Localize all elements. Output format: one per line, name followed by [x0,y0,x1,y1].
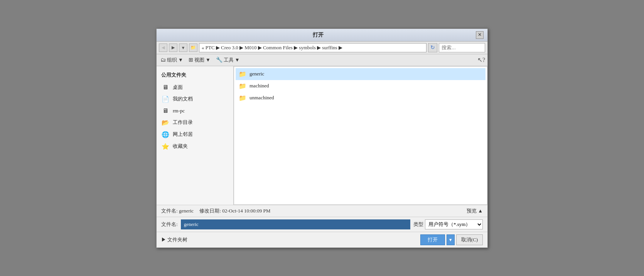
dialog-title: 打开 [160,32,476,38]
folder-icon-unmachined: 📁 [239,94,246,102]
tools-icon: 🔧 [216,57,223,63]
sidebar-label-desktop: 桌面 [173,84,183,91]
status-filename-label: 文件名: [161,208,178,214]
file-name-unmachined: unmachined [250,95,274,101]
type-group: 类型 用户符号（*.sym） [413,219,483,229]
type-label: 类型 [413,221,423,228]
main-content: 公用文件夹 🖥 桌面 📄 我的文档 🖥 rm-pc 📂 工作目录 🌐 网上邻居 [157,66,487,205]
grid-icon: ⊞ [189,57,193,63]
folder-icon-machined: 📁 [239,82,246,90]
title-bar: 打开 ✕ [157,29,487,42]
sidebar-item-network[interactable]: 🌐 网上邻居 [157,129,233,141]
sidebar: 公用文件夹 🖥 桌面 📄 我的文档 🖥 rm-pc 📂 工作目录 🌐 网上邻居 [157,66,234,205]
file-item-unmachined[interactable]: 📁 unmachined [236,92,486,104]
organize-dropdown-icon: ▼ [178,57,183,63]
address-bar: ◀ ▶ ▼ 📁 « PTC ▶ Creo 3.0 ▶ M010 ▶ Common… [157,42,487,54]
sidebar-label-network: 网上邻居 [173,131,193,138]
forward-button[interactable]: ▶ [169,43,177,52]
refresh-button[interactable]: ↻ [428,43,437,52]
action-buttons: 打开 ▼ 取消(C) [420,234,483,245]
open-dialog: 打开 ✕ ◀ ▶ ▼ 📁 « PTC ▶ Creo 3.0 ▶ M010 ▶ C… [156,28,488,248]
address-path[interactable]: « PTC ▶ Creo 3.0 ▶ M010 ▶ Common Files ▶… [199,43,427,52]
sidebar-header: 公用文件夹 [157,70,233,82]
folder-tree-toggle[interactable]: ▶ 文件夹树 [161,236,187,243]
status-modified-label: 修改日期: [199,208,221,214]
sidebar-label-rmpc: rm-pc [173,108,185,114]
sidebar-item-mydocs[interactable]: 📄 我的文档 [157,93,233,105]
bottom-bar: ▶ 文件夹树 打开 ▼ 取消(C) [157,232,487,248]
sidebar-label-favorites: 收藏夹 [173,143,188,150]
refresh-icon: ↻ [430,44,435,51]
organize-menu[interactable]: 🗂 组织 ▼ [159,56,185,64]
status-modified-value: 02-Oct-14 10:00:09 PM [222,208,270,214]
folder-icon-generic: 📁 [239,70,246,78]
file-item-machined[interactable]: 📁 machined [236,80,486,92]
filename-row: 文件名: 类型 用户符号（*.sym） [157,217,487,232]
sidebar-label-mydocs: 我的文档 [173,95,193,102]
organize-label: 组织 [167,57,177,64]
file-list: 📁 generic 📁 machined 📁 unmachined [234,66,487,205]
filename-input[interactable] [181,219,410,229]
open-dropdown-button[interactable]: ▼ [447,234,455,245]
close-button[interactable]: ✕ [476,31,484,39]
file-name-machined: machined [250,83,269,89]
sidebar-item-desktop[interactable]: 🖥 桌面 [157,82,233,93]
status-filename-value: generic [179,208,194,214]
view-menu[interactable]: ⊞ 视图 ▼ [187,56,212,64]
sidebar-item-workdir[interactable]: 📂 工作目录 [157,117,233,129]
folder-small-icon: 📁 [191,45,196,50]
dropdown-button[interactable]: ▼ [179,43,187,52]
preview-button[interactable]: 预览 ▲ [467,207,483,214]
workdir-icon: 📂 [161,119,170,126]
sidebar-label-workdir: 工作目录 [173,119,193,126]
back-icon: ◀ [162,45,165,50]
folder-icon-addr: 📁 [189,43,197,52]
file-item-generic[interactable]: 📁 generic [236,68,486,80]
network-icon: 🌐 [161,131,170,138]
dropdown-icon: ▼ [181,45,185,50]
organize-icon: 🗂 [160,57,166,63]
status-bar: 文件名: generic 修改日期: 02-Oct-14 10:00:09 PM… [157,205,487,217]
tools-menu[interactable]: 🔧 工具 ▼ [214,56,241,64]
view-label: 视图 [194,57,204,64]
open-button[interactable]: 打开 [420,234,445,245]
rmpc-icon: 🖥 [161,107,170,114]
sidebar-item-favorites[interactable]: ⭐ 收藏夹 [157,141,233,152]
view-dropdown-icon: ▼ [206,57,211,63]
cancel-button[interactable]: 取消(C) [456,234,483,245]
back-button[interactable]: ◀ [159,43,167,52]
forward-icon: ▶ [172,45,175,50]
favorites-icon: ⭐ [161,143,170,150]
mydocs-icon: 📄 [161,95,170,103]
help-button[interactable]: ↖? [477,56,485,64]
type-select[interactable]: 用户符号（*.sym） [425,219,483,229]
desktop-icon: 🖥 [161,84,170,91]
tools-label: 工具 [224,57,234,64]
file-status-info: 文件名: generic 修改日期: 02-Oct-14 10:00:09 PM [161,207,270,214]
file-name-generic: generic [250,71,264,77]
sidebar-item-rmpc[interactable]: 🖥 rm-pc [157,105,233,117]
toolbar: 🗂 组织 ▼ ⊞ 视图 ▼ 🔧 工具 ▼ ↖? [157,54,487,66]
search-input[interactable] [439,43,485,52]
filename-label: 文件名: [161,221,178,228]
tools-dropdown-icon: ▼ [235,57,240,63]
